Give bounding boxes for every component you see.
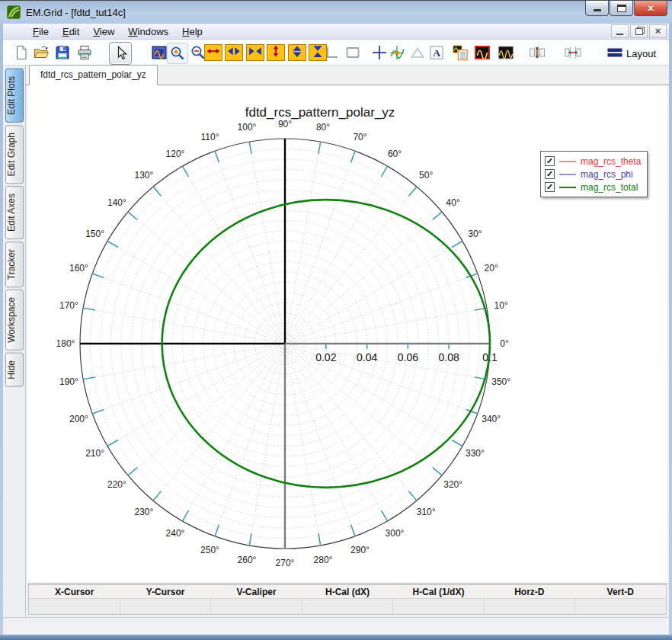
multi-plot-window-icon[interactable]: [496, 43, 516, 62]
text-annotation-icon[interactable]: A: [427, 43, 446, 62]
window-frame-bottom: [0, 635, 672, 640]
svg-text:190°: 190°: [59, 376, 78, 387]
svg-text:350°: 350°: [491, 376, 510, 387]
widen-vertical-icon[interactable]: [288, 44, 306, 61]
menu-bar: FileEditViewWindowsHelp ×: [3, 24, 669, 40]
svg-text:340°: 340°: [482, 414, 501, 424]
title-bar: EM.Grid - [fdtd_tut14c] ×: [0, 0, 672, 24]
sidebar-tab-workspace[interactable]: Workspace: [5, 290, 24, 350]
open-file-icon[interactable]: [31, 43, 51, 62]
svg-text:100°: 100°: [238, 122, 257, 133]
svg-text:0.04: 0.04: [357, 351, 377, 363]
plot-area: 0°10°20°30°40°50°60°70°80°90°100°110°120…: [27, 85, 667, 582]
menu-windows[interactable]: Windows: [121, 24, 175, 39]
document-tab-strip: fdtd_rcs_pattern_polar_yz: [26, 66, 669, 85]
status-value-cell: [302, 599, 394, 614]
svg-text:230°: 230°: [134, 507, 153, 517]
sidebar-tab-tracker[interactable]: Tracker: [5, 242, 24, 287]
split-horizontal-icon[interactable]: [563, 43, 583, 62]
mdi-restore-button-icon[interactable]: [630, 24, 648, 38]
svg-text:320°: 320°: [443, 479, 462, 490]
svg-text:0.06: 0.06: [398, 351, 418, 363]
sidebar-tab-hide[interactable]: Hide: [5, 353, 24, 387]
menu-view[interactable]: View: [86, 24, 121, 39]
sidebar-tab-edit-axes[interactable]: Edit Axes: [5, 186, 24, 239]
crosshair-icon[interactable]: [370, 43, 389, 62]
split-vertical-icon[interactable]: [527, 43, 547, 62]
zoom-box-icon[interactable]: [343, 43, 363, 62]
plot-window-icon[interactable]: [472, 43, 492, 62]
svg-text:30°: 30°: [468, 229, 482, 239]
copy-plot-list-icon[interactable]: [450, 43, 470, 62]
zoom-in-icon[interactable]: [167, 43, 188, 64]
svg-text:120°: 120°: [166, 149, 185, 159]
legend-label: mag_rcs_theta: [581, 156, 641, 167]
tab-fdtd-rcs-pattern-polar-yz[interactable]: fdtd_rcs_pattern_polar_yz: [29, 65, 158, 85]
status-header-horz-d: Horz-D: [484, 585, 574, 598]
chart-legend: ✓mag_rcs_theta✓mag_rcs_phi✓mag_rcs_total: [540, 151, 648, 197]
svg-text:140°: 140°: [107, 197, 126, 208]
status-header-v-caliper: V-Caliper: [211, 585, 302, 598]
svg-text:80°: 80°: [316, 122, 330, 133]
status-value-cell: [29, 599, 120, 614]
new-document-icon[interactable]: [11, 43, 31, 62]
axes-corner-icon[interactable]: [322, 43, 341, 62]
sidebar-tab-edit-graph[interactable]: Edit Graph: [5, 125, 24, 184]
svg-text:290°: 290°: [350, 545, 370, 555]
close-button-icon[interactable]: ×: [634, 1, 667, 16]
legend-checkbox-mag_rcs_theta[interactable]: ✓: [545, 156, 555, 166]
pointer-tool-icon[interactable]: [109, 42, 132, 65]
legend-checkbox-mag_rcs_phi[interactable]: ✓: [545, 169, 555, 179]
layout-icon[interactable]: [605, 43, 625, 62]
chart-title: fdtd_rcs_pattern_polar_yz: [245, 105, 395, 120]
maximize-button-icon[interactable]: [610, 1, 633, 16]
legend-checkbox-mag_rcs_total[interactable]: ✓: [545, 182, 555, 192]
status-value-cell: [485, 599, 576, 614]
menu-edit[interactable]: Edit: [56, 24, 86, 39]
print-icon[interactable]: [75, 43, 94, 62]
triangle-marker-icon[interactable]: [408, 43, 427, 62]
svg-text:150°: 150°: [85, 229, 104, 239]
status-value-row: [29, 599, 666, 614]
svg-text:170°: 170°: [59, 300, 78, 311]
menu-items: FileEditViewWindowsHelp: [3, 24, 669, 39]
svg-text:70°: 70°: [353, 132, 366, 142]
legend-row-mag_rcs_phi: ✓mag_rcs_phi: [545, 168, 641, 181]
window-frame-right: [669, 24, 672, 635]
status-header-y-cursor: Y-Cursor: [120, 585, 210, 598]
menu-file[interactable]: File: [26, 24, 56, 39]
expand-horizontal-icon[interactable]: [204, 44, 222, 61]
svg-text:0.02: 0.02: [315, 351, 336, 363]
svg-text:250°: 250°: [200, 545, 219, 555]
svg-text:A: A: [433, 47, 440, 59]
shrink-horizontal-icon[interactable]: [246, 44, 264, 61]
svg-text:0.08: 0.08: [439, 351, 459, 363]
status-header-h-cal-1-dx-: H-Cal (1/dX): [393, 585, 484, 598]
status-value-cell: [211, 599, 302, 614]
svg-text:10°: 10°: [494, 300, 508, 311]
svg-text:280°: 280°: [314, 555, 333, 565]
svg-text:330°: 330°: [466, 448, 485, 459]
svg-text:20°: 20°: [485, 263, 498, 274]
legend-row-mag_rcs_total: ✓mag_rcs_total: [545, 181, 641, 194]
toolbar: Layout A: [3, 40, 669, 66]
tracker-icon[interactable]: [388, 43, 408, 62]
svg-text:270°: 270°: [276, 558, 295, 568]
sidebar-tab-edit-plots[interactable]: Edit Plots: [5, 69, 24, 123]
layout-label: Layout: [626, 48, 656, 59]
save-icon[interactable]: [53, 43, 72, 62]
mdi-minimize-button-icon[interactable]: [611, 24, 629, 38]
mdi-close-button-icon[interactable]: ×: [649, 24, 667, 38]
widen-horizontal-icon[interactable]: [225, 44, 243, 61]
svg-text:60°: 60°: [388, 149, 402, 159]
expand-vertical-icon[interactable]: [267, 44, 285, 61]
menu-help[interactable]: Help: [175, 24, 210, 39]
legend-line-swatch: [559, 174, 576, 175]
legend-label: mag_rcs_phi: [581, 169, 633, 180]
document-panel: fdtd_rcs_pattern_polar_yz 0°10°20°30°40°…: [26, 66, 669, 617]
svg-text:310°: 310°: [417, 507, 436, 517]
legend-line-swatch: [559, 161, 576, 162]
svg-text:50°: 50°: [419, 170, 433, 181]
minimize-button-icon[interactable]: [585, 1, 609, 16]
svg-text:160°: 160°: [69, 263, 88, 274]
